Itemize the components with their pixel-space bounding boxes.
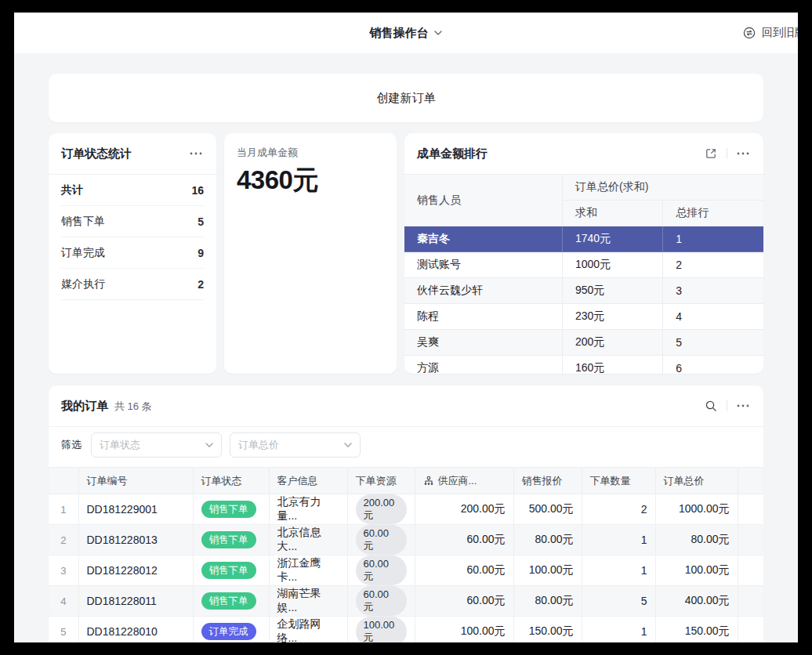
order-row[interactable]: 4DD181228011销售下单湖南芒果娱...60.00元60.00元80.0…: [49, 586, 763, 617]
ranking-row[interactable]: 秦吉冬1740元1: [404, 226, 763, 252]
status-value: 16: [191, 184, 204, 197]
ranking-rank: 5: [663, 330, 763, 356]
order-resource-cell: 200.00元: [347, 494, 415, 525]
open-in-new-icon[interactable]: [703, 146, 719, 161]
back-to-old-label: 回到旧版: [762, 26, 798, 40]
order-status-cell: 销售下单: [193, 586, 269, 617]
order-total: 150.00元: [655, 617, 738, 643]
order-status-badge: 销售下单: [201, 562, 256, 579]
ranking-sum: 950元: [563, 278, 663, 304]
status-label: 共计: [61, 183, 83, 197]
status-value: 9: [198, 247, 204, 259]
app-window: 销售操作台 回到旧版 创建新订单 订单状态统计: [14, 13, 798, 642]
order-status-cell: 销售下单: [193, 525, 269, 555]
col-customer: 客户信息: [269, 468, 347, 494]
ranking-row[interactable]: 陈程230元4: [404, 304, 763, 330]
relation-icon: [423, 476, 434, 487]
customer-info: 湖南芒果娱...: [269, 586, 347, 617]
order-resource-cell: 100.00元: [347, 617, 415, 643]
sales-quote: 80.00元: [513, 586, 582, 617]
order-status-badge: 销售下单: [201, 531, 256, 548]
status-row[interactable]: 销售下单5: [61, 206, 204, 237]
sales-quote: 80.00元: [513, 525, 582, 555]
ranking-table: 销售人员 订单总价(求和) 求和 总排行 秦吉冬1740元1测试账号1000元2…: [404, 174, 763, 374]
order-resource-chip: 100.00元: [356, 617, 407, 642]
orders-title: 我的订单: [61, 399, 108, 414]
order-number: DD181228010: [78, 617, 193, 643]
order-quantity: 1: [582, 617, 655, 643]
ranking-person: 伙伴云魏少轩: [404, 278, 563, 304]
col-supplier-label: 供应商...: [438, 474, 477, 488]
order-resource-chip: 60.00元: [356, 586, 407, 616]
back-to-old-version[interactable]: 回到旧版: [741, 13, 798, 53]
order-row[interactable]: 2DD181228013销售下单北京信息大...60.00元60.00元80.0…: [49, 525, 763, 555]
spacer-cell: [738, 525, 763, 555]
order-quantity: 5: [582, 586, 655, 617]
order-status-filter-select[interactable]: 订单状态: [91, 432, 222, 458]
ranking-row[interactable]: 测试账号1000元2: [404, 252, 763, 278]
order-total-filter-select[interactable]: 订单总价: [230, 432, 361, 458]
status-row[interactable]: 共计16: [61, 175, 204, 206]
supplier-price: 60.00元: [415, 525, 513, 555]
month-amount-card: 当月成单金额 4360元: [224, 133, 397, 374]
order-row[interactable]: 1DD181229001销售下单北京有力量...200.00元200.00元50…: [49, 494, 763, 525]
ranking-row[interactable]: 吴爽200元5: [404, 330, 763, 356]
sales-quote: 100.00元: [513, 555, 582, 586]
ranking-sum: 230元: [563, 304, 663, 330]
more-icon[interactable]: [735, 398, 751, 414]
create-order-button[interactable]: 创建新订单: [49, 74, 763, 122]
status-row[interactable]: 媒介执行2: [61, 269, 204, 300]
sales-quote: 150.00元: [513, 617, 582, 643]
order-resource-chip: 200.00元: [356, 494, 407, 524]
status-list: 共计16销售下单5订单完成9媒介执行2: [49, 175, 216, 300]
ranking-person: 陈程: [404, 304, 563, 330]
ranking-person: 吴爽: [404, 330, 563, 356]
order-status-cell: 订单完成: [193, 617, 269, 643]
ranking-card-title: 成单金额排行: [417, 147, 488, 161]
status-label: 销售下单: [61, 215, 105, 229]
order-row-number: 5: [49, 617, 78, 643]
order-status-badge: 销售下单: [201, 501, 256, 518]
order-total: 80.00元: [655, 525, 738, 555]
order-row[interactable]: 3DD181228012销售下单浙江金鹰卡...60.00元60.00元100.…: [49, 555, 763, 586]
more-icon[interactable]: [188, 146, 204, 161]
status-label: 订单完成: [61, 246, 105, 260]
supplier-price: 200.00元: [415, 494, 513, 525]
order-quantity: 1: [582, 525, 655, 555]
chevron-down-icon: [205, 443, 213, 448]
supplier-price: 60.00元: [415, 586, 513, 617]
more-icon[interactable]: [735, 146, 751, 161]
col-row-number: [49, 468, 78, 494]
divider: [727, 400, 727, 411]
switch-version-icon: [741, 25, 757, 41]
order-status-badge: 销售下单: [201, 592, 256, 610]
spacer-cell: [738, 555, 763, 586]
spacer-cell: [738, 586, 763, 617]
search-icon[interactable]: [703, 398, 719, 414]
ranking-row[interactable]: 伙伴云魏少轩950元3: [404, 278, 763, 304]
order-total-filter-placeholder: 订单总价: [238, 438, 279, 452]
order-total: 1000.00元: [655, 494, 738, 525]
ranking-card: 成单金额排行 销售人员: [404, 133, 763, 374]
col-supplier: 供应商...: [415, 468, 513, 494]
order-row-number: 3: [49, 555, 78, 586]
customer-info: 浙江金鹰卡...: [269, 555, 347, 586]
order-row[interactable]: 5DD181228010订单完成企划路网络...100.00元100.00元15…: [49, 617, 763, 643]
page-title: 销售操作台: [370, 26, 429, 41]
order-status-cell: 销售下单: [193, 494, 269, 525]
col-quote: 销售报价: [513, 468, 582, 494]
status-row[interactable]: 订单完成9: [61, 237, 204, 269]
col-status: 订单状态: [193, 468, 269, 494]
col-rank: 总排行: [663, 201, 763, 226]
customer-info: 企划路网络...: [269, 617, 347, 643]
col-sum: 求和: [563, 201, 663, 226]
order-total: 100.00元: [655, 555, 738, 586]
ranking-row[interactable]: 方源160元6: [404, 356, 763, 375]
order-resource-cell: 60.00元: [347, 586, 415, 617]
col-order_no: 订单编号: [78, 468, 193, 494]
top-bar: 销售操作台 回到旧版: [14, 13, 798, 53]
workspace-switcher[interactable]: 销售操作台: [370, 26, 443, 41]
ranking-rank: 6: [663, 356, 763, 375]
order-number: DD181228013: [78, 525, 193, 555]
order-row-number: 1: [49, 494, 78, 525]
